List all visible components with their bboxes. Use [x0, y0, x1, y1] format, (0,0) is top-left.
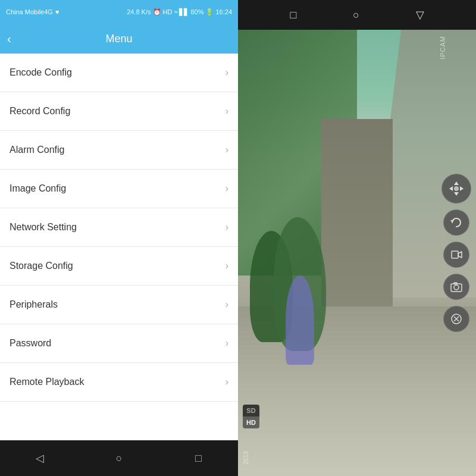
battery-icon: 🔋 — [205, 8, 214, 16]
svg-point-4 — [454, 186, 459, 191]
time-text: 16:24 — [215, 8, 232, 15]
signal-bars-icon: ▋▋ — [179, 8, 189, 16]
battery-text: 80% — [190, 8, 203, 15]
menu-list: Encode Config › Record Config › Alarm Co… — [0, 54, 238, 440]
menu-label-network-setting: Network Setting — [10, 222, 77, 233]
alarm-icon: ⏰ — [153, 8, 161, 16]
status-bar: China Mobile4G ♥ 24.8 K/s ⏰ HD ≈ ▋▋ 80% … — [0, 0, 238, 24]
hd-icon: HD — [163, 8, 173, 15]
chevron-right-icon: › — [226, 261, 228, 271]
chevron-right-icon: › — [226, 106, 228, 117]
status-bar-right: 24.8 K/s ⏰ HD ≈ ▋▋ 80% 🔋 16:24 — [127, 8, 232, 16]
chevron-right-icon: › — [226, 67, 228, 78]
menu-label-peripherals: Peripherals — [10, 299, 58, 310]
right-camera-panel: □ ○ ▽ IPCAM SD HD 2019 — [238, 0, 476, 476]
chevron-right-icon: › — [226, 377, 228, 387]
record-button[interactable] — [443, 242, 469, 268]
menu-item-storage-config[interactable]: Storage Config › — [0, 247, 238, 286]
svg-point-9 — [454, 285, 459, 290]
menu-item-network-setting[interactable]: Network Setting › — [0, 208, 238, 247]
menu-label-alarm-config: Alarm Config — [10, 145, 64, 155]
menu-label-encode-config: Encode Config — [10, 67, 72, 78]
speed-text: 24.8 K/s — [127, 8, 151, 15]
menu-item-record-config[interactable]: Record Config › — [0, 92, 238, 131]
quality-toggle: SD HD — [243, 405, 259, 428]
refresh-button[interactable] — [443, 209, 469, 236]
menu-item-remote-playback[interactable]: Remote Playback › — [0, 363, 238, 402]
status-bar-left: China Mobile4G ♥ — [6, 8, 59, 15]
building-wall — [321, 119, 393, 320]
dpad-control[interactable] — [441, 174, 471, 203]
triangle-nav-icon[interactable]: ▽ — [416, 8, 424, 21]
chevron-right-icon: › — [226, 299, 228, 310]
bottom-nav: ◁ ○ □ — [0, 440, 238, 476]
hd-quality-btn[interactable]: HD — [243, 416, 259, 428]
snapshot-button[interactable] — [443, 274, 469, 300]
umbrella-shape — [286, 275, 314, 365]
back-button[interactable]: ‹ — [7, 32, 11, 46]
right-top-nav: □ ○ ▽ — [238, 0, 476, 30]
menu-item-peripherals[interactable]: Peripherals › — [0, 286, 238, 324]
chevron-right-icon: › — [226, 183, 228, 194]
close-button[interactable] — [443, 306, 469, 332]
page-title: Menu — [105, 33, 132, 45]
menu-label-record-config: Record Config — [10, 106, 70, 117]
svg-marker-1 — [454, 192, 459, 196]
square-nav-icon[interactable]: □ — [290, 9, 296, 21]
chevron-right-icon: › — [226, 145, 228, 155]
svg-marker-5 — [450, 220, 454, 223]
menu-label-image-config: Image Config — [10, 183, 66, 194]
ipcam-watermark: IPCAM — [439, 36, 446, 60]
menu-item-encode-config[interactable]: Encode Config › — [0, 54, 238, 92]
left-phone-panel: China Mobile4G ♥ 24.8 K/s ⏰ HD ≈ ▋▋ 80% … — [0, 0, 238, 476]
camera-feed: IPCAM SD HD 2019 — [238, 30, 476, 476]
chevron-right-icon: › — [226, 222, 228, 233]
nav-recent-button[interactable]: □ — [186, 446, 210, 470]
menu-label-storage-config: Storage Config — [10, 261, 73, 271]
signal-icon: ♥ — [55, 8, 60, 15]
menu-item-password[interactable]: Password › — [0, 324, 238, 363]
menu-item-image-config[interactable]: Image Config › — [0, 170, 238, 208]
chevron-right-icon: › — [226, 338, 228, 349]
carrier-text: China Mobile4G — [6, 8, 53, 15]
menu-label-password: Password — [10, 338, 51, 349]
wifi-icon: ≈ — [174, 8, 177, 15]
year-label: 2019 — [243, 451, 249, 464]
svg-rect-6 — [452, 251, 458, 258]
svg-marker-2 — [449, 186, 453, 191]
menu-label-remote-playback: Remote Playback — [10, 377, 84, 387]
svg-marker-3 — [460, 186, 464, 191]
sd-quality-btn[interactable]: SD — [243, 405, 259, 416]
camera-controls — [441, 174, 471, 332]
circle-nav-icon[interactable]: ○ — [353, 9, 359, 21]
svg-marker-7 — [458, 252, 462, 258]
nav-home-button[interactable]: ○ — [107, 446, 131, 470]
nav-back-button[interactable]: ◁ — [28, 446, 52, 470]
title-bar: ‹ Menu — [0, 24, 238, 54]
svg-marker-0 — [454, 181, 459, 185]
menu-item-alarm-config[interactable]: Alarm Config › — [0, 131, 238, 170]
